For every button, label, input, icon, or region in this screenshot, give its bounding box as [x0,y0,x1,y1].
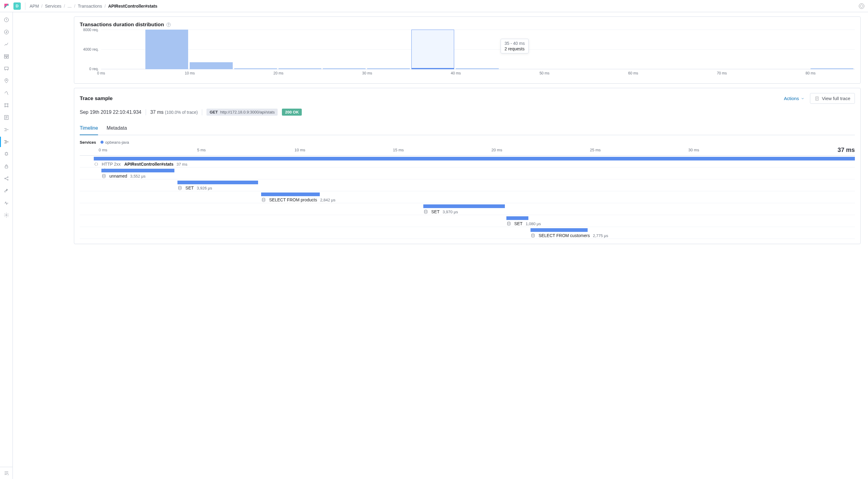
header: D APM/ Services/ …/ Transactions/ APIRes… [0,0,868,12]
histogram-bar[interactable] [145,30,188,69]
span-bar[interactable] [94,157,855,161]
span-name: SET [514,221,523,226]
timeline-tick: 0 ms [99,148,107,152]
x-axis-label: 0 ms [97,71,105,75]
histogram-bar[interactable] [456,68,498,69]
database-icon [178,185,182,191]
timeline-tick: 30 ms [688,148,699,152]
timeline-axis: 37 ms 0 ms5 ms10 ms15 ms20 ms25 ms30 ms [80,148,855,156]
span-row[interactable]: SET3,926 μs [80,179,855,191]
graph-icon[interactable] [4,176,9,181]
svg-point-14 [7,177,8,178]
siem-icon[interactable] [4,151,9,157]
help-tooltip-icon[interactable]: ? [166,23,171,27]
timeline-tick: 20 ms [491,148,502,152]
apm-icon[interactable] [4,127,9,132]
svg-point-6 [6,80,7,80]
span-bar[interactable] [423,204,505,208]
svg-point-21 [424,210,427,211]
ml-icon[interactable] [4,90,9,96]
span-name: APIRestController#stats [124,162,174,167]
discover-icon[interactable] [4,29,9,35]
breadcrumb-item[interactable]: APM [30,4,39,8]
span-duration: 3,926 μs [197,186,212,191]
histogram-bar[interactable] [411,30,454,69]
space-selector[interactable]: D [13,2,21,10]
transaction-icon [94,162,99,167]
span-duration: 1,080 μs [526,221,541,226]
infra-icon[interactable] [4,103,9,108]
span-bar[interactable] [178,181,258,184]
histogram-bar[interactable] [234,68,277,69]
span-name: SELECT FROM customers [538,233,590,238]
status-badge: 200 OK [282,109,302,116]
y-axis-label: 0 req. [80,67,99,71]
monitoring-icon[interactable] [4,200,9,206]
svg-rect-2 [4,55,8,56]
uptime-icon[interactable] [4,139,9,145]
svg-rect-3 [4,57,6,58]
trace-sample-panel: Trace sample Actions View full trace Sep… [74,88,861,244]
span-bar[interactable] [101,169,175,172]
devtools-icon[interactable] [4,188,9,194]
tab-timeline[interactable]: Timeline [80,122,98,135]
histogram-bar[interactable] [367,68,410,69]
main-content: Transactions duration distribution ? 800… [13,12,868,479]
chart-area[interactable]: 8000 req. 4000 req. 0 req. 35 - 40 ms 2 … [101,30,855,69]
total-duration: 37 ms [837,146,855,153]
svg-point-8 [7,103,8,104]
maps-icon[interactable] [4,78,9,83]
duration-histogram[interactable]: 8000 req. 4000 req. 0 req. 35 - 40 ms 2 … [80,30,855,78]
actions-dropdown[interactable]: Actions [784,96,804,101]
dashboard-icon[interactable] [4,54,9,59]
panel-title: Transactions duration distribution ? [80,22,855,28]
span-bar[interactable] [530,228,588,232]
breadcrumb-item[interactable]: Services [45,4,61,8]
histogram-bar[interactable] [279,68,321,69]
span-row[interactable]: unnamed3,552 μs [80,168,855,179]
x-axis-label: 20 ms [273,71,283,75]
svg-rect-5 [5,67,8,70]
span-row[interactable]: SET3,970 μs [80,203,855,215]
span-row[interactable]: SELECT FROM customers2,775 μs [80,227,855,239]
management-icon[interactable] [4,212,9,218]
tab-metadata[interactable]: Metadata [106,122,127,135]
trace-summary: Sep 19th 2019 22:10:41.934 37 ms (100.0%… [80,109,855,116]
span-row[interactable]: HTTP 2xxAPIRestController#stats37 ms [80,156,855,168]
recent-icon[interactable] [4,17,9,23]
y-axis-label: 4000 req. [80,47,99,52]
span-bar[interactable] [261,193,320,196]
svg-point-20 [262,198,265,199]
visualize-icon[interactable] [4,41,9,47]
x-axis-label: 30 ms [362,71,372,75]
view-full-trace-button[interactable]: View full trace [810,93,855,104]
histogram-bar[interactable] [323,68,366,69]
svg-point-7 [5,103,5,104]
x-axis-label: 40 ms [451,71,461,75]
histogram-bar[interactable] [811,68,853,69]
svg-rect-4 [7,57,8,58]
histogram-bar[interactable] [190,62,232,69]
timeline-tick: 15 ms [393,148,404,152]
kibana-logo[interactable] [4,3,9,9]
divider [25,2,25,10]
trace-duration: 37 ms (100.0% of trace) [150,109,197,115]
logs-icon[interactable] [4,115,9,120]
span-bar[interactable] [506,216,528,220]
svg-point-13 [5,178,5,179]
svg-point-18 [102,174,105,175]
span-row[interactable]: SET1,080 μs [80,215,855,227]
x-axis-label: 80 ms [805,71,815,75]
canvas-icon[interactable] [4,66,9,71]
timeline-tick: 25 ms [590,148,600,152]
help-icon[interactable] [859,3,864,9]
security-icon[interactable] [4,164,9,169]
database-icon [101,174,106,178]
x-axis-label: 50 ms [539,71,550,75]
span-row[interactable]: SELECT FROM products2,842 μs [80,191,855,203]
span-duration: 2,842 μs [320,198,335,202]
span-duration: 37 ms [177,162,187,167]
waterfall: HTTP 2xxAPIRestController#stats37 msunna… [80,156,855,239]
collapse-icon[interactable] [4,471,9,476]
breadcrumb-item[interactable]: Transactions [78,4,102,8]
